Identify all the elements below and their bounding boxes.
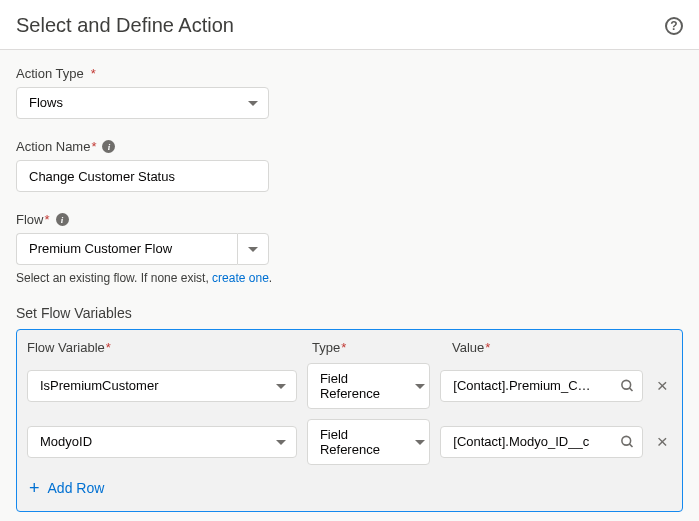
col-header-type: Type*: [312, 340, 452, 355]
action-type-label: Action Type*: [16, 66, 683, 81]
info-icon[interactable]: i: [56, 213, 69, 226]
variables-panel: Flow Variable* Type* Value* IsPremiumCus…: [16, 329, 683, 512]
flow-variable-select[interactable]: ModyoID: [27, 426, 297, 458]
col-header-variable: Flow Variable*: [27, 340, 312, 355]
action-name-label: Action Name*: [16, 139, 96, 154]
create-flow-link[interactable]: create one: [212, 271, 269, 285]
action-name-input[interactable]: [16, 160, 269, 192]
value-input[interactable]: [Contact].Modyo_ID__c: [440, 426, 642, 458]
close-icon: ×: [657, 375, 668, 397]
set-flow-variables-title: Set Flow Variables: [16, 305, 683, 321]
delete-row-button[interactable]: ×: [653, 376, 672, 396]
delete-row-button[interactable]: ×: [653, 432, 672, 452]
chevron-down-icon: [248, 247, 258, 252]
table-row: ModyoID Field Reference [Contact].Modyo_…: [27, 419, 672, 465]
value-input[interactable]: [Contact].Premium_C…: [440, 370, 642, 402]
page-title: Select and Define Action: [16, 14, 234, 37]
flow-select-toggle[interactable]: [237, 233, 269, 265]
info-icon[interactable]: i: [102, 140, 115, 153]
help-icon[interactable]: ?: [665, 17, 683, 35]
add-row-button[interactable]: + Add Row: [27, 475, 672, 501]
col-header-value: Value*: [452, 340, 652, 355]
flow-variable-select[interactable]: IsPremiumCustomer: [27, 370, 297, 402]
flow-label: Flow*: [16, 212, 50, 227]
plus-icon: +: [29, 479, 40, 497]
table-row: IsPremiumCustomer Field Reference [Conta…: [27, 363, 672, 409]
type-select[interactable]: Field Reference: [307, 419, 430, 465]
type-select[interactable]: Field Reference: [307, 363, 430, 409]
flow-helper-text: Select an existing flow. If none exist, …: [16, 271, 683, 285]
flow-select[interactable]: Premium Customer Flow: [16, 233, 237, 265]
close-icon: ×: [657, 431, 668, 453]
action-type-select[interactable]: Flows: [16, 87, 269, 119]
